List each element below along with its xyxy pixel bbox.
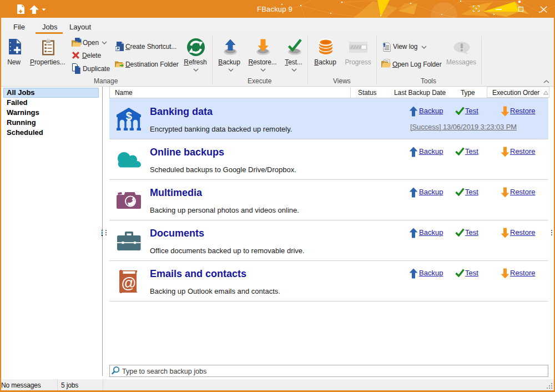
svg-text:@: @ (121, 275, 136, 292)
svg-text:$: $ (126, 110, 132, 122)
